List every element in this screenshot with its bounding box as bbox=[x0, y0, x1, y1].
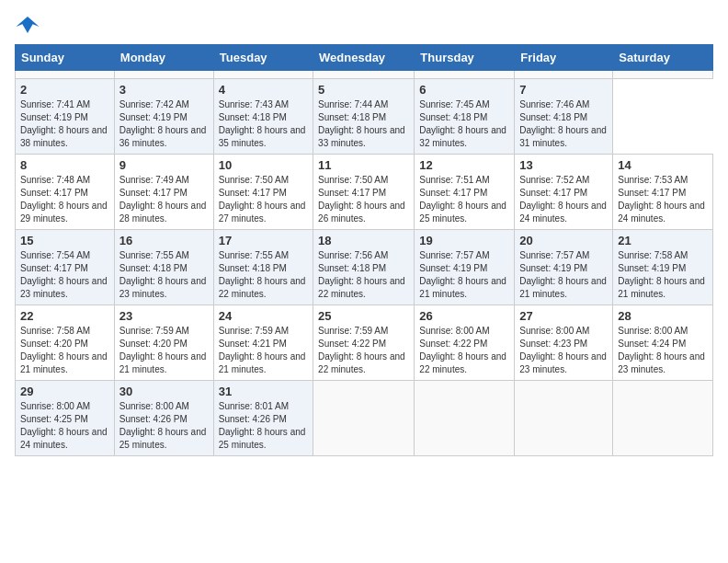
calendar-week-row bbox=[16, 71, 713, 79]
calendar-day-cell: 31 Sunrise: 8:01 AM Sunset: 4:26 PM Dayl… bbox=[213, 381, 313, 456]
day-info: Sunrise: 7:48 AM Sunset: 4:17 PM Dayligh… bbox=[20, 174, 109, 225]
calendar-day-cell bbox=[213, 71, 313, 79]
day-number: 5 bbox=[318, 83, 409, 97]
calendar-day-cell: 16 Sunrise: 7:55 AM Sunset: 4:18 PM Dayl… bbox=[114, 230, 213, 305]
calendar-day-cell: 14 Sunrise: 7:53 AM Sunset: 4:17 PM Dayl… bbox=[613, 155, 713, 230]
calendar-day-cell bbox=[415, 71, 515, 79]
calendar-week-row: 8 Sunrise: 7:48 AM Sunset: 4:17 PM Dayli… bbox=[16, 155, 713, 230]
calendar-day-cell: 3 Sunrise: 7:42 AM Sunset: 4:19 PM Dayli… bbox=[114, 79, 213, 155]
weekday-header: Thursday bbox=[415, 45, 515, 71]
calendar-day-cell bbox=[114, 71, 213, 79]
day-info: Sunrise: 7:59 AM Sunset: 4:22 PM Dayligh… bbox=[318, 325, 409, 376]
day-info: Sunrise: 8:00 AM Sunset: 4:24 PM Dayligh… bbox=[618, 325, 708, 376]
day-number: 19 bbox=[419, 234, 509, 247]
logo bbox=[15, 15, 44, 35]
calendar-day-cell: 30 Sunrise: 8:00 AM Sunset: 4:26 PM Dayl… bbox=[114, 381, 213, 456]
calendar-week-row: 15 Sunrise: 7:54 AM Sunset: 4:17 PM Dayl… bbox=[16, 230, 713, 305]
day-number: 14 bbox=[618, 158, 708, 172]
day-info: Sunrise: 7:45 AM Sunset: 4:18 PM Dayligh… bbox=[419, 98, 509, 150]
day-info: Sunrise: 7:41 AM Sunset: 4:19 PM Dayligh… bbox=[20, 98, 109, 150]
calendar-day-cell: 6 Sunrise: 7:45 AM Sunset: 4:18 PM Dayli… bbox=[415, 79, 515, 155]
day-number: 12 bbox=[419, 158, 509, 172]
day-number: 16 bbox=[119, 234, 209, 247]
day-info: Sunrise: 7:57 AM Sunset: 4:19 PM Dayligh… bbox=[419, 249, 509, 301]
day-info: Sunrise: 7:49 AM Sunset: 4:17 PM Dayligh… bbox=[119, 174, 209, 225]
day-number: 2 bbox=[20, 83, 109, 97]
calendar-table: SundayMondayTuesdayWednesdayThursdayFrid… bbox=[15, 44, 713, 456]
calendar-day-cell: 8 Sunrise: 7:48 AM Sunset: 4:17 PM Dayli… bbox=[16, 155, 115, 230]
calendar-day-cell: 27 Sunrise: 8:00 AM Sunset: 4:23 PM Dayl… bbox=[515, 305, 613, 381]
day-number: 25 bbox=[318, 309, 409, 323]
day-number: 18 bbox=[318, 234, 409, 247]
calendar-day-cell: 9 Sunrise: 7:49 AM Sunset: 4:17 PM Dayli… bbox=[114, 155, 213, 230]
day-number: 26 bbox=[419, 309, 509, 323]
day-number: 6 bbox=[419, 83, 509, 97]
day-number: 17 bbox=[219, 234, 308, 247]
weekday-header: Tuesday bbox=[213, 45, 313, 71]
svg-marker-0 bbox=[16, 17, 39, 33]
day-info: Sunrise: 7:55 AM Sunset: 4:18 PM Dayligh… bbox=[119, 249, 209, 301]
day-info: Sunrise: 7:56 AM Sunset: 4:18 PM Dayligh… bbox=[318, 249, 409, 301]
calendar-day-cell: 20 Sunrise: 7:57 AM Sunset: 4:19 PM Dayl… bbox=[515, 230, 613, 305]
day-number: 28 bbox=[618, 309, 708, 323]
calendar-day-cell bbox=[415, 381, 515, 456]
calendar-day-cell: 22 Sunrise: 7:58 AM Sunset: 4:20 PM Dayl… bbox=[16, 305, 115, 381]
day-info: Sunrise: 7:53 AM Sunset: 4:17 PM Dayligh… bbox=[618, 174, 708, 225]
day-number: 11 bbox=[318, 158, 409, 172]
weekday-header: Wednesday bbox=[313, 45, 415, 71]
day-number: 22 bbox=[20, 309, 109, 323]
day-info: Sunrise: 7:46 AM Sunset: 4:18 PM Dayligh… bbox=[519, 98, 608, 150]
day-info: Sunrise: 7:44 AM Sunset: 4:18 PM Dayligh… bbox=[318, 98, 409, 150]
day-number: 31 bbox=[219, 385, 308, 398]
day-info: Sunrise: 7:42 AM Sunset: 4:19 PM Dayligh… bbox=[119, 98, 209, 150]
day-info: Sunrise: 7:54 AM Sunset: 4:17 PM Dayligh… bbox=[20, 249, 109, 301]
calendar-day-cell: 25 Sunrise: 7:59 AM Sunset: 4:22 PM Dayl… bbox=[313, 305, 415, 381]
weekday-header: Monday bbox=[114, 45, 213, 71]
calendar-day-cell: 12 Sunrise: 7:51 AM Sunset: 4:17 PM Dayl… bbox=[415, 155, 515, 230]
weekday-header: Saturday bbox=[613, 45, 713, 71]
day-number: 24 bbox=[219, 309, 308, 323]
calendar-day-cell: 19 Sunrise: 7:57 AM Sunset: 4:19 PM Dayl… bbox=[415, 230, 515, 305]
calendar-day-cell: 28 Sunrise: 8:00 AM Sunset: 4:24 PM Dayl… bbox=[613, 305, 713, 381]
day-info: Sunrise: 7:43 AM Sunset: 4:18 PM Dayligh… bbox=[219, 98, 308, 150]
day-number: 10 bbox=[219, 158, 308, 172]
calendar-day-cell bbox=[313, 71, 415, 79]
calendar-day-cell: 11 Sunrise: 7:50 AM Sunset: 4:17 PM Dayl… bbox=[313, 155, 415, 230]
calendar-day-cell: 17 Sunrise: 7:55 AM Sunset: 4:18 PM Dayl… bbox=[213, 230, 313, 305]
calendar-day-cell: 2 Sunrise: 7:41 AM Sunset: 4:19 PM Dayli… bbox=[16, 79, 115, 155]
day-number: 4 bbox=[219, 83, 308, 97]
calendar-day-cell bbox=[16, 71, 115, 79]
calendar-day-cell: 10 Sunrise: 7:50 AM Sunset: 4:17 PM Dayl… bbox=[213, 155, 313, 230]
calendar-day-cell bbox=[613, 71, 713, 79]
day-number: 15 bbox=[20, 234, 109, 247]
day-number: 23 bbox=[119, 309, 209, 323]
day-info: Sunrise: 7:55 AM Sunset: 4:18 PM Dayligh… bbox=[219, 249, 308, 301]
calendar-day-cell: 5 Sunrise: 7:44 AM Sunset: 4:18 PM Dayli… bbox=[313, 79, 415, 155]
day-number: 21 bbox=[618, 234, 708, 247]
calendar-day-cell bbox=[313, 381, 415, 456]
calendar-day-cell: 4 Sunrise: 7:43 AM Sunset: 4:18 PM Dayli… bbox=[213, 79, 313, 155]
calendar-day-cell bbox=[515, 71, 613, 79]
calendar-week-row: 2 Sunrise: 7:41 AM Sunset: 4:19 PM Dayli… bbox=[16, 79, 713, 155]
calendar-day-cell: 15 Sunrise: 7:54 AM Sunset: 4:17 PM Dayl… bbox=[16, 230, 115, 305]
day-info: Sunrise: 8:00 AM Sunset: 4:26 PM Dayligh… bbox=[119, 400, 209, 452]
calendar-day-cell: 29 Sunrise: 8:00 AM Sunset: 4:25 PM Dayl… bbox=[16, 381, 115, 456]
day-info: Sunrise: 7:57 AM Sunset: 4:19 PM Dayligh… bbox=[519, 249, 608, 301]
weekday-header: Sunday bbox=[16, 45, 115, 71]
calendar-day-cell: 21 Sunrise: 7:58 AM Sunset: 4:19 PM Dayl… bbox=[613, 230, 713, 305]
day-info: Sunrise: 8:00 AM Sunset: 4:25 PM Dayligh… bbox=[20, 400, 109, 452]
day-number: 3 bbox=[119, 83, 209, 97]
calendar-week-row: 29 Sunrise: 8:00 AM Sunset: 4:25 PM Dayl… bbox=[16, 381, 713, 456]
calendar-day-cell: 26 Sunrise: 8:00 AM Sunset: 4:22 PM Dayl… bbox=[415, 305, 515, 381]
day-number: 7 bbox=[519, 83, 608, 97]
day-info: Sunrise: 7:58 AM Sunset: 4:19 PM Dayligh… bbox=[618, 249, 708, 301]
calendar-day-cell: 23 Sunrise: 7:59 AM Sunset: 4:20 PM Dayl… bbox=[114, 305, 213, 381]
day-info: Sunrise: 7:59 AM Sunset: 4:21 PM Dayligh… bbox=[219, 325, 308, 376]
calendar-day-cell: 13 Sunrise: 7:52 AM Sunset: 4:17 PM Dayl… bbox=[515, 155, 613, 230]
day-info: Sunrise: 7:51 AM Sunset: 4:17 PM Dayligh… bbox=[419, 174, 509, 225]
day-info: Sunrise: 8:00 AM Sunset: 4:22 PM Dayligh… bbox=[419, 325, 509, 376]
calendar-day-cell: 24 Sunrise: 7:59 AM Sunset: 4:21 PM Dayl… bbox=[213, 305, 313, 381]
day-info: Sunrise: 7:50 AM Sunset: 4:17 PM Dayligh… bbox=[219, 174, 308, 225]
calendar-day-cell bbox=[613, 381, 713, 456]
calendar-week-row: 22 Sunrise: 7:58 AM Sunset: 4:20 PM Dayl… bbox=[16, 305, 713, 381]
